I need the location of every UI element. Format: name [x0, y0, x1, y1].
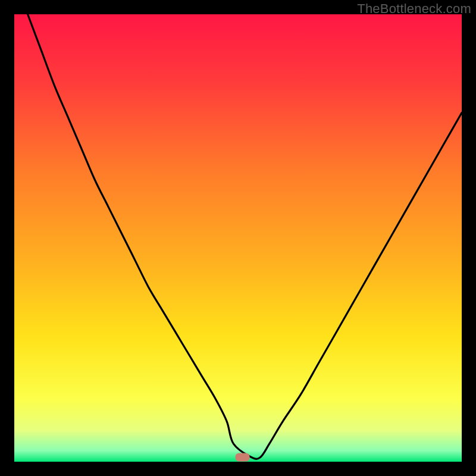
chart-frame: TheBottleneck.com — [0, 0, 476, 476]
bottleneck-chart — [14, 14, 462, 462]
optimal-marker — [236, 453, 250, 461]
plot-area — [14, 14, 462, 462]
watermark-text: TheBottleneck.com — [357, 1, 471, 17]
gradient-background — [14, 14, 462, 462]
